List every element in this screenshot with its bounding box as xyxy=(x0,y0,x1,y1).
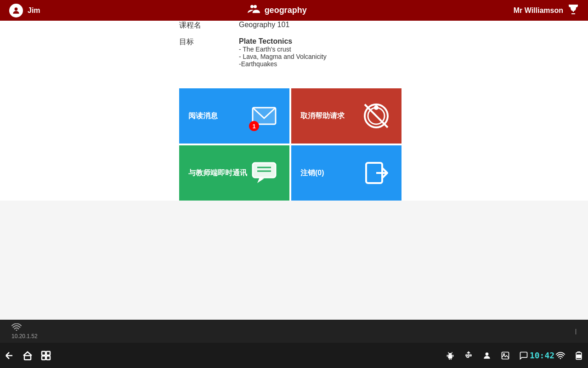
svg-rect-25 xyxy=(453,355,454,357)
back-nav-button[interactable] xyxy=(0,346,18,365)
gallery-icon xyxy=(496,346,514,365)
cancel-help-label: 取消帮助请求 xyxy=(300,111,360,121)
svg-rect-29 xyxy=(466,355,467,356)
svg-point-1 xyxy=(250,5,254,8)
svg-rect-19 xyxy=(46,351,50,355)
wifi-info: 10.20.1.52 xyxy=(11,323,38,339)
class-info: geography xyxy=(247,3,307,18)
class-name: geography xyxy=(265,6,307,15)
svg-rect-21 xyxy=(46,356,50,360)
svg-point-2 xyxy=(254,5,257,8)
read-message-label: 阅读消息 xyxy=(188,111,248,121)
wifi-icon xyxy=(11,323,22,333)
person-icon xyxy=(478,346,496,365)
bottom-nav-bar: 10:42 xyxy=(0,343,588,368)
logout-button[interactable]: 注销(0) xyxy=(291,145,401,201)
objective-label: 目标 xyxy=(179,37,239,47)
chat-icon xyxy=(250,159,278,187)
content-wrapper: 课程名 Geography 101 目标 Plate Tectonics - T… xyxy=(179,21,409,201)
svg-rect-23 xyxy=(451,358,452,360)
status-right: | xyxy=(575,328,577,334)
logout-label: 注销(0) xyxy=(300,168,360,178)
instant-message-label: 与教师端即时通讯 xyxy=(188,168,248,178)
svg-rect-30 xyxy=(470,355,471,356)
usb-icon xyxy=(459,346,478,365)
android-icon xyxy=(441,346,459,365)
student-info: Jim xyxy=(9,4,40,17)
top-bar: Jim geography Mr Williamson xyxy=(0,0,588,21)
time-display: 10:42 xyxy=(533,346,551,365)
teacher-info: Mr Williamson xyxy=(514,4,579,17)
course-name-label: 课程名 xyxy=(179,21,239,30)
read-message-icon-wrap: 1 xyxy=(248,100,280,132)
course-name-value: Geography 101 xyxy=(239,21,409,29)
battery-icon xyxy=(570,346,588,365)
objective-sub1: - The Earth's crust xyxy=(239,46,409,53)
action-buttons-grid: 阅读消息 1 取消帮助请求 xyxy=(179,88,401,201)
course-info-section: 课程名 Geography 101 目标 Plate Tectonics - T… xyxy=(179,21,409,75)
message-badge: 1 xyxy=(249,121,259,131)
svg-rect-9 xyxy=(253,163,276,178)
group-icon xyxy=(247,3,260,18)
svg-point-31 xyxy=(486,352,489,356)
objective-sub2: - Lava, Magma and Volcanicity xyxy=(239,53,409,60)
logout-icon-wrap xyxy=(360,157,392,189)
svg-rect-22 xyxy=(449,358,450,360)
student-name: Jim xyxy=(28,6,40,15)
read-message-button[interactable]: 阅读消息 1 xyxy=(179,88,289,144)
svg-rect-20 xyxy=(42,356,45,360)
svg-point-0 xyxy=(15,7,18,11)
trophy-icon xyxy=(568,4,579,17)
help-icon xyxy=(362,102,390,130)
svg-rect-36 xyxy=(577,355,581,358)
course-name-row: 课程名 Geography 101 xyxy=(179,21,409,30)
logout-icon xyxy=(362,159,390,187)
svg-rect-17 xyxy=(24,356,31,360)
svg-point-8 xyxy=(374,105,379,110)
student-avatar-icon xyxy=(9,4,23,17)
svg-marker-13 xyxy=(257,178,264,183)
objective-sub3: -Earthquakes xyxy=(239,60,409,68)
wifi-nav-icon xyxy=(551,346,570,365)
svg-point-33 xyxy=(503,353,505,355)
instant-message-icon-wrap xyxy=(248,157,280,189)
recent-apps-button[interactable] xyxy=(37,346,55,365)
status-bar: 10.20.1.52 | xyxy=(0,320,588,343)
svg-rect-28 xyxy=(448,353,452,355)
objective-value: Plate Tectonics - The Earth's crust - La… xyxy=(239,37,409,68)
objective-title: Plate Tectonics xyxy=(239,37,409,46)
svg-point-16 xyxy=(16,329,17,331)
objective-row: 目标 Plate Tectonics - The Earth's crust -… xyxy=(179,37,409,68)
ip-address: 10.20.1.52 xyxy=(11,333,38,339)
cancel-help-button[interactable]: 取消帮助请求 xyxy=(291,88,401,144)
svg-point-34 xyxy=(560,358,561,359)
teacher-name: Mr Williamson xyxy=(514,6,563,15)
home-nav-button[interactable] xyxy=(18,346,37,365)
svg-rect-24 xyxy=(447,355,448,357)
main-content: 课程名 Geography 101 目标 Plate Tectonics - T… xyxy=(0,21,588,201)
cancel-help-icon-wrap xyxy=(360,100,392,132)
instant-message-button[interactable]: 与教师端即时通讯 xyxy=(179,145,289,201)
svg-rect-18 xyxy=(42,351,45,355)
